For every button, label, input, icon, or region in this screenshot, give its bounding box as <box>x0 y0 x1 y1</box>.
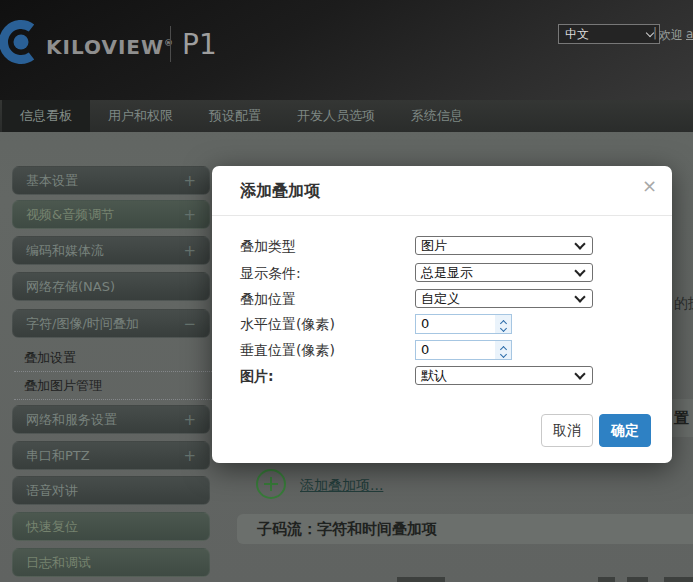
kiloview-logo-icon <box>0 14 44 70</box>
clipped-row-fragment <box>598 577 615 582</box>
add-overlay-link[interactable]: 添加叠加项... <box>300 477 383 495</box>
number-spinner[interactable] <box>495 341 511 359</box>
sidebar-subitem-label: 叠加图片管理 <box>24 377 102 395</box>
select-value: 自定义 <box>421 290 460 308</box>
sidebar-item-video-audio[interactable]: 视频&音频调节 + <box>12 200 210 229</box>
plus-icon: + <box>183 206 196 224</box>
language-select[interactable]: 中文 <box>558 24 660 44</box>
substream-section-header: 子码流：字符和时间叠加项 <box>237 514 693 544</box>
plus-icon: + <box>183 447 196 465</box>
sidebar-item-basic-settings[interactable]: 基本设置 + <box>12 166 210 195</box>
input-value: 0 <box>416 341 495 359</box>
clipped-row-fragment <box>627 577 648 582</box>
header-separator: | <box>653 26 657 40</box>
field-row-display-condition: 显示条件: 总是显示 <box>240 263 644 283</box>
sidebar-item-label: 基本设置 <box>26 172 78 190</box>
select-value: 图片 <box>421 237 447 255</box>
sidebar-item-label: 快速复位 <box>26 518 78 536</box>
clipped-row-fragment <box>664 577 693 582</box>
sidebar-item-label: 网络和服务设置 <box>26 411 117 429</box>
sidebar-item-voice-intercom[interactable]: 语音对讲 <box>12 476 210 505</box>
product-name: P1 <box>182 28 217 61</box>
field-row-horizontal-position: 水平位置(像素) 0 <box>240 314 644 334</box>
sidebar-item-serial-ptz[interactable]: 串口和PTZ + <box>12 441 210 470</box>
welcome-text: 欢迎 <box>659 27 683 44</box>
sidebar-item-label: 语音对讲 <box>26 482 78 500</box>
cancel-button[interactable]: 取消 <box>541 414 593 447</box>
field-label: 图片: <box>240 368 274 384</box>
select-value: 总是显示 <box>421 264 473 282</box>
overlay-type-select[interactable]: 图片 <box>415 236 593 255</box>
overlay-position-select[interactable]: 自定义 <box>415 289 593 308</box>
dialog-divider <box>212 215 672 216</box>
minus-icon: − <box>183 315 196 333</box>
vertical-position-input[interactable]: 0 <box>415 340 512 360</box>
background-text-fragment: 的技 <box>674 295 693 313</box>
page: KILOVIEW® P1 中文 | 欢迎 admin 信息看板 用户和权限 预设… <box>0 0 693 582</box>
tab-system-info[interactable]: 系统信息 <box>393 100 481 132</box>
language-value: 中文 <box>565 26 589 43</box>
field-label: 叠加位置 <box>240 291 296 307</box>
chevron-down-icon <box>574 265 585 276</box>
plus-icon: + <box>183 242 196 260</box>
horizontal-position-input[interactable]: 0 <box>415 314 512 334</box>
field-label: 显示条件: <box>240 265 301 281</box>
field-label: 水平位置(像素) <box>240 316 335 332</box>
clipped-row-fragment <box>397 577 445 582</box>
image-select[interactable]: 默认 <box>415 366 593 385</box>
dialog-title: 添加叠加项 <box>240 181 320 202</box>
sidebar-item-network-services[interactable]: 网络和服务设置 + <box>12 405 210 434</box>
input-value: 0 <box>416 315 495 333</box>
plus-icon: + <box>183 172 196 190</box>
chevron-down-icon <box>574 238 585 249</box>
sidebar-item-logs-debug[interactable]: 日志和调试 <box>12 548 210 577</box>
confirm-button[interactable]: 确定 <box>599 414 651 447</box>
sidebar-item-label: 日志和调试 <box>26 554 91 572</box>
username-link[interactable]: admin <box>686 27 693 41</box>
sidebar-item-label: 网络存储(NAS) <box>26 278 115 296</box>
number-spinner[interactable] <box>495 315 511 333</box>
select-value: 默认 <box>421 367 447 385</box>
plus-icon: + <box>183 411 196 429</box>
tab-developer-options[interactable]: 开发人员选项 <box>279 100 393 132</box>
main-nav: 信息看板 用户和权限 预设配置 开发人员选项 系统信息 <box>0 100 693 132</box>
sidebar-subitem-overlay-image-management[interactable]: 叠加图片管理 <box>14 372 216 400</box>
sidebar-item-encoding-media[interactable]: 编码和媒体流 + <box>12 236 210 265</box>
field-label: 垂直位置(像素) <box>240 342 335 358</box>
brand-divider <box>170 26 171 62</box>
add-icon[interactable] <box>256 469 286 499</box>
sidebar-item-overlay[interactable]: 字符/图像/时间叠加 − <box>12 309 210 338</box>
field-row-overlay-type: 叠加类型 图片 <box>240 236 644 256</box>
header: KILOVIEW® P1 中文 | 欢迎 admin <box>0 0 693 100</box>
sidebar-item-nas[interactable]: 网络存储(NAS) <box>12 272 210 301</box>
sidebar-subitem-overlay-settings[interactable]: 叠加设置 <box>14 344 216 372</box>
sidebar-item-label: 编码和媒体流 <box>26 242 104 260</box>
sidebar-item-label: 视频&音频调节 <box>26 206 114 224</box>
field-label: 叠加类型 <box>240 238 296 254</box>
field-row-overlay-position: 叠加位置 自定义 <box>240 289 644 309</box>
tab-dashboard[interactable]: 信息看板 <box>2 100 90 132</box>
tab-preset-config[interactable]: 预设配置 <box>191 100 279 132</box>
sidebar-item-label: 字符/图像/时间叠加 <box>26 315 139 333</box>
brand-text: KILOVIEW <box>46 35 164 59</box>
chevron-down-icon <box>574 291 585 302</box>
sidebar-item-label: 串口和PTZ <box>26 447 90 465</box>
spinner-down-icon[interactable] <box>499 350 506 357</box>
field-row-image: 图片: 默认 <box>240 366 644 386</box>
brand-name: KILOVIEW® <box>46 35 174 59</box>
tab-users-permissions[interactable]: 用户和权限 <box>90 100 191 132</box>
chevron-down-icon <box>574 368 585 379</box>
spinner-down-icon[interactable] <box>499 324 506 331</box>
field-row-vertical-position: 垂直位置(像素) 0 <box>240 340 644 360</box>
close-icon[interactable]: × <box>642 177 657 195</box>
sidebar-item-quick-reset[interactable]: 快速复位 <box>12 512 210 541</box>
add-overlay-dialog: 添加叠加项 × 叠加类型 图片 显示条件: 总是显示 叠加位置 自定义 <box>212 166 672 463</box>
display-condition-select[interactable]: 总是显示 <box>415 263 593 282</box>
sidebar-subitem-label: 叠加设置 <box>24 349 76 367</box>
